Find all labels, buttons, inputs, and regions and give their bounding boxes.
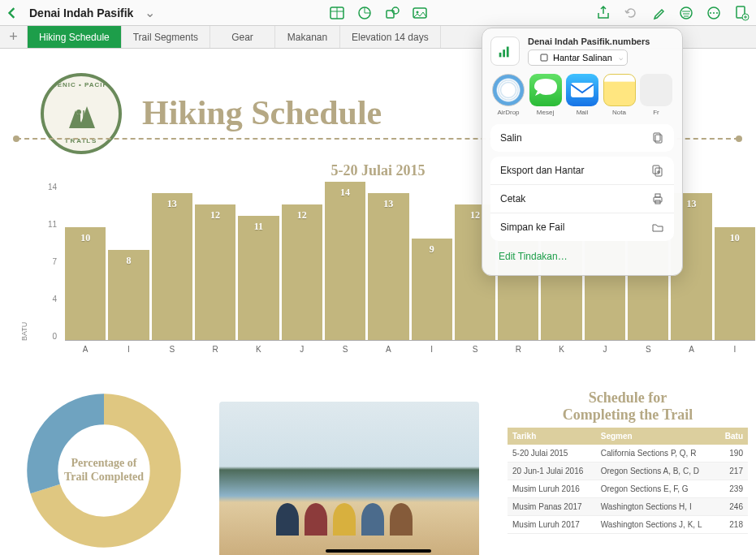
table-cell[interactable]: 190 — [717, 445, 748, 462]
share-app[interactable]: AirDrop — [490, 74, 526, 116]
copy-action[interactable]: Salin — [490, 124, 674, 152]
share-app[interactable]: Nota — [602, 74, 637, 116]
share-mode-dropdown[interactable]: Hantar Salinan — [528, 49, 628, 66]
undo-icon[interactable] — [623, 5, 639, 21]
chart-bar[interactable]: 12 — [195, 204, 235, 340]
table-cell[interactable]: Washington Sections H, I — [596, 498, 718, 516]
format-brush-icon[interactable] — [650, 5, 667, 21]
table-cell[interactable]: 218 — [717, 516, 748, 534]
share-app-label: AirDrop — [497, 109, 519, 116]
table-cell[interactable]: 20 Jun-1 Julai 2016 — [508, 462, 596, 480]
chart-bar[interactable]: 13 — [152, 193, 192, 340]
bar-value-label: 14 — [340, 187, 350, 199]
chart-bar[interactable]: 12 — [282, 204, 322, 340]
table-cell[interactable]: 239 — [717, 480, 748, 498]
sheet-tab[interactable]: Elevation 14 days — [340, 26, 441, 48]
chart-bar[interactable]: 14 — [325, 182, 365, 340]
chart-subtitle: 5-20 Julai 2015 — [330, 162, 425, 179]
table-cell[interactable]: Oregon Sections E, F, G — [596, 480, 718, 498]
back-button[interactable] — [6, 7, 18, 19]
sheet-tab[interactable]: Trail Segments — [122, 26, 210, 48]
chart-bar[interactable]: 9 — [412, 239, 452, 340]
schedule-table[interactable]: Tarikh Segmen Batu 5-20 Julai 2015Califo… — [508, 428, 748, 534]
x-tick-label: S — [152, 345, 192, 354]
table-cell[interactable]: Musim Panas 2017 — [508, 498, 596, 516]
page-title: Hiking Schedule — [142, 93, 382, 132]
x-tick-label: R — [195, 345, 235, 354]
bar-value-label: 10 — [80, 232, 90, 244]
svg-rect-21 — [77, 114, 80, 123]
shape-insert-icon[interactable] — [384, 5, 400, 21]
media-insert-icon[interactable] — [412, 5, 428, 21]
share-app[interactable]: Mail — [564, 74, 600, 116]
chart-bar[interactable]: 11 — [238, 216, 279, 340]
chart-bar[interactable]: 10 — [65, 227, 106, 340]
completion-donut-chart[interactable]: Percentage of Trail Completed — [23, 389, 185, 552]
table-row[interactable]: Musim Luruh 2016Oregon Sections E, F, G2… — [508, 480, 748, 498]
chevron-down-icon[interactable]: ⌄ — [145, 5, 155, 20]
y-axis-ticks: 14 11 7 4 0 — [39, 183, 57, 341]
bar-value-label: 13 — [167, 198, 177, 210]
svg-rect-35 — [655, 194, 660, 197]
sheet-tab[interactable]: Makanan — [275, 26, 340, 48]
new-sheet-icon[interactable] — [733, 5, 750, 21]
col-header[interactable]: Tarikh — [508, 428, 596, 445]
mesej-icon — [529, 74, 562, 106]
table-cell[interactable]: Musim Luruh 2017 — [508, 516, 596, 534]
x-tick-label: J — [585, 345, 625, 354]
share-app-label: Fr — [653, 109, 659, 116]
share-sheet: Denai Indah Pasifik.numbers Hantar Salin… — [482, 28, 683, 276]
table-row[interactable]: Musim Panas 2017Washington Sections H, I… — [508, 498, 748, 516]
svg-point-20 — [76, 110, 81, 114]
share-app[interactable]: Fr — [638, 74, 674, 116]
svg-point-8 — [680, 7, 692, 19]
table-cell[interactable]: 246 — [717, 498, 748, 516]
print-icon — [651, 192, 664, 205]
svg-point-14 — [713, 12, 715, 14]
table-cell[interactable]: 217 — [717, 462, 748, 480]
mail-icon — [566, 74, 598, 106]
add-sheet-button[interactable]: + — [0, 26, 28, 48]
sheet-tab[interactable]: Hiking Schedule — [28, 26, 122, 48]
x-tick-label: K — [541, 345, 581, 354]
share-actions-group2: Eksport dan Hantar Cetak Simpan ke Fail — [490, 157, 674, 241]
col-header[interactable]: Batu — [717, 428, 748, 445]
share-icon[interactable] — [595, 5, 611, 21]
print-action[interactable]: Cetak — [490, 185, 674, 213]
share-actions-group1: Salin — [490, 124, 674, 152]
save-to-files-action[interactable]: Simpan ke Fail — [490, 213, 674, 241]
table-cell[interactable]: California Sections P, Q, R — [596, 445, 718, 462]
table-cell[interactable]: Washington Sections J, K, L — [596, 516, 718, 534]
bar-value-label: 12 — [470, 209, 480, 222]
svg-rect-28 — [541, 54, 547, 61]
x-tick-label: J — [282, 345, 322, 354]
chart-bar[interactable]: 8 — [108, 250, 149, 340]
share-app-label: Nota — [612, 109, 626, 116]
table-row[interactable]: 20 Jun-1 Julai 2016Oregon Sections A, B,… — [508, 462, 748, 480]
svg-rect-25 — [499, 53, 502, 58]
x-tick-label: S — [455, 345, 495, 354]
home-indicator[interactable] — [326, 549, 431, 553]
svg-point-13 — [710, 12, 711, 14]
export-action[interactable]: Eksport dan Hantar — [490, 157, 674, 185]
table-cell[interactable]: Oregon Sections A, B, C, D — [596, 462, 718, 480]
sheet-tab[interactable]: Gear — [210, 26, 275, 48]
table-cell[interactable]: Musim Luruh 2016 — [508, 480, 596, 498]
table-row[interactable]: 5-20 Julai 2015California Sections P, Q,… — [508, 445, 748, 462]
chart-insert-icon[interactable] — [356, 5, 373, 21]
document-title[interactable]: Denai Indah Pasifik — [29, 6, 133, 19]
share-app[interactable]: Mesej — [528, 74, 564, 116]
more-icon[interactable] — [706, 5, 722, 21]
bar-value-label: 8 — [126, 255, 131, 267]
chart-bar[interactable]: 13 — [368, 193, 408, 340]
table-insert-icon[interactable] — [329, 5, 345, 21]
edit-actions-link[interactable]: Edit Tindakan… — [490, 246, 674, 267]
trail-photo[interactable] — [219, 402, 479, 555]
chart-bar[interactable]: 10 — [715, 227, 755, 340]
col-header[interactable]: Segmen — [596, 428, 718, 445]
format-panel-icon[interactable] — [678, 5, 694, 21]
x-tick-label: S — [628, 345, 668, 354]
table-cell[interactable]: 5-20 Julai 2015 — [508, 445, 596, 462]
table-row[interactable]: Musim Luruh 2017Washington Sections J, K… — [508, 516, 748, 534]
bar-value-label: 13 — [383, 198, 393, 210]
